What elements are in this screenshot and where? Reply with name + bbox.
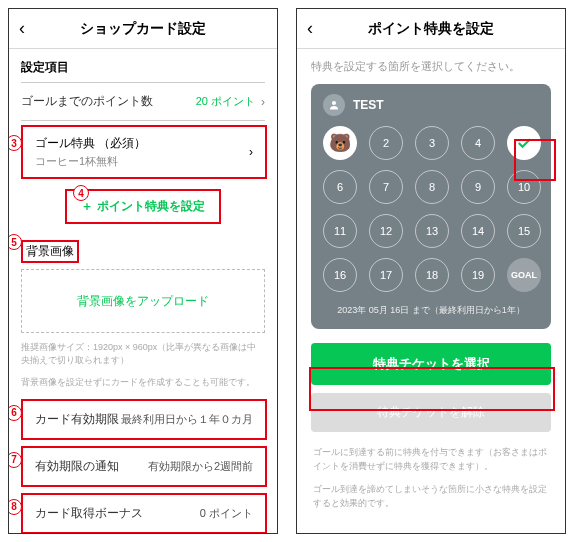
page-title: ポイント特典を設定 xyxy=(327,20,535,38)
badge-4: 4 xyxy=(73,185,89,201)
stamp-slot[interactable]: 13 xyxy=(415,214,449,248)
stamp-slot[interactable]: 19 xyxy=(461,258,495,292)
badge-8: 8 xyxy=(8,499,22,515)
page-title: ショップカード設定 xyxy=(39,20,247,38)
stamp-slot[interactable]: 3 xyxy=(415,126,449,160)
back-button[interactable]: ‹ xyxy=(307,18,327,39)
card-expiry-text: 2023年 05月 16日 まで（最終利用日から1年） xyxy=(323,304,539,317)
right-screen: ‹ ポイント特典を設定 特典を設定する箇所を選択してください。 TEST 🐻23… xyxy=(296,8,566,534)
header: ‹ ポイント特典を設定 xyxy=(297,9,565,49)
section-header: 設定項目 xyxy=(9,49,277,82)
bg-hint-2: 背景画像を設定せずにカードを作成することも可能です。 xyxy=(9,376,277,399)
stamp-card: TEST 🐻234678910111213141516171819GOAL 20… xyxy=(311,84,551,329)
card-expiry-label: カード有効期限 xyxy=(35,411,121,428)
stamp-grid: 🐻234678910111213141516171819GOAL xyxy=(323,126,539,292)
bg-hint-1: 推奨画像サイズ：1920px × 960px（比率が異なる画像は中央揃えで切り取… xyxy=(9,341,277,376)
expiry-notify-label: 有効期限の通知 xyxy=(35,458,148,475)
badge-3: 3 xyxy=(8,135,22,151)
goal-points-label: ゴールまでのポイント数 xyxy=(21,93,196,110)
stamp-slot[interactable]: 8 xyxy=(415,170,449,204)
note-2: ゴール到達を諦めてしまいそうな箇所に小さな特典を設定すると効果的です。 xyxy=(297,483,565,520)
acquisition-bonus-label: カード取得ボーナス xyxy=(35,505,200,522)
goal-points-value: 20 ポイント xyxy=(196,94,255,109)
stamp-slot[interactable]: 18 xyxy=(415,258,449,292)
stamp-slot[interactable]: 17 xyxy=(369,258,403,292)
left-screen: ‹ ショップカード設定 設定項目 ゴールまでのポイント数 20 ポイント › 3… xyxy=(8,8,278,534)
bg-image-label: 背景画像 xyxy=(21,240,79,263)
badge-5: 5 xyxy=(8,234,22,250)
expiry-notify-row[interactable]: 有効期限の通知 有効期限から2週間前 xyxy=(21,446,267,487)
stamp-slot[interactable]: 16 xyxy=(323,258,357,292)
stamp-goal[interactable]: GOAL xyxy=(507,258,541,292)
chevron-right-icon: › xyxy=(249,145,253,159)
stamp-slot[interactable]: 9 xyxy=(461,170,495,204)
stamp-slot[interactable]: 15 xyxy=(507,214,541,248)
back-button[interactable]: ‹ xyxy=(19,18,39,39)
stamp-bear-icon[interactable]: 🐻 xyxy=(323,126,357,160)
stamp-slot[interactable]: 7 xyxy=(369,170,403,204)
stamp-slot[interactable]: 6 xyxy=(323,170,357,204)
goal-reward-value: コーヒー1杯無料 xyxy=(35,154,249,169)
bg-upload-text: 背景画像をアップロード xyxy=(77,293,209,310)
stamp-slot[interactable]: 2 xyxy=(369,126,403,160)
badge-6: 6 xyxy=(8,405,22,421)
stamp-slot[interactable]: 12 xyxy=(369,214,403,248)
select-ticket-button[interactable]: 特典チケットを選択 xyxy=(311,343,551,385)
card-expiry-value: 最終利用日から１年０カ月 xyxy=(121,412,253,427)
header: ‹ ショップカード設定 xyxy=(9,9,277,49)
stamp-slot[interactable]: 4 xyxy=(461,126,495,160)
stamp-check-icon[interactable] xyxy=(507,126,541,160)
goal-reward-label: ゴール特典 （必須） xyxy=(35,135,249,152)
stamp-slot[interactable]: 10 xyxy=(507,170,541,204)
helper-text: 特典を設定する箇所を選択してください。 xyxy=(297,49,565,84)
acquisition-bonus-value: 0 ポイント xyxy=(200,506,253,521)
goal-reward-row[interactable]: ゴール特典 （必須） コーヒー1杯無料 › xyxy=(21,125,267,179)
chevron-right-icon: › xyxy=(261,95,265,109)
bg-upload-area[interactable]: 背景画像をアップロード xyxy=(21,269,265,333)
release-ticket-button: 特典チケットを解除 xyxy=(311,393,551,432)
note-1: ゴールに到達する前に特典を付与できます（お客さまはポイントを消費せずに特典を獲得… xyxy=(297,446,565,483)
acquisition-bonus-row[interactable]: カード取得ボーナス 0 ポイント xyxy=(21,493,267,534)
badge-7: 7 xyxy=(8,452,22,468)
stamp-slot[interactable]: 14 xyxy=(461,214,495,248)
shop-avatar-icon xyxy=(323,94,345,116)
expiry-notify-value: 有効期限から2週間前 xyxy=(148,459,253,474)
shop-name: TEST xyxy=(353,98,384,112)
goal-points-row[interactable]: ゴールまでのポイント数 20 ポイント › xyxy=(9,83,277,120)
card-expiry-row[interactable]: カード有効期限 最終利用日から１年０カ月 xyxy=(21,399,267,440)
svg-point-0 xyxy=(332,101,336,105)
stamp-slot[interactable]: 11 xyxy=(323,214,357,248)
